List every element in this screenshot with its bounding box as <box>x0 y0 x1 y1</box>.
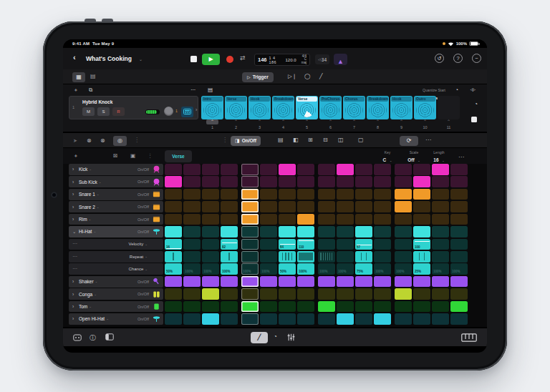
octave-mode-icon[interactable]: ⊟ <box>323 137 328 143</box>
step-cell-kick-12[interactable] <box>374 164 391 175</box>
scene-quantize-pie-icon[interactable]: ◔ <box>474 101 478 107</box>
step-cell-kick-11[interactable] <box>355 164 372 175</box>
row-expand-chevron-icon[interactable]: › <box>72 304 79 309</box>
step-cell-shaker-9[interactable] <box>318 276 335 288</box>
step-cell-conga-7[interactable] <box>279 288 296 300</box>
step-cell-chance-9[interactable]: 100% <box>318 263 335 275</box>
step-cell-hi-hat-13[interactable] <box>395 226 412 237</box>
step-cell-sub-kick-16[interactable] <box>450 176 468 187</box>
live-loops-clip-chorus[interactable]: Chorus <box>343 96 365 119</box>
step-cell-chance-4[interactable]: 100% <box>221 263 238 275</box>
step-cell-velocity-6[interactable] <box>260 239 277 250</box>
trigger-mode-button[interactable]: ▷ Trigger <box>242 72 274 82</box>
row-expand-chevron-icon[interactable]: › <box>72 167 79 172</box>
track-detail-chevron[interactable]: › <box>196 107 197 112</box>
length-control[interactable]: Length 16 ⌄ <box>426 150 452 164</box>
step-cell-chance-6[interactable]: 100% <box>260 263 277 275</box>
step-cell-tom-3[interactable] <box>202 301 219 313</box>
step-cell-snare-1-11[interactable] <box>355 189 372 200</box>
live-loops-clip-prechorus[interactable]: PreChorus <box>319 96 342 119</box>
step-cell-open-hi-hat-10[interactable] <box>337 313 354 325</box>
step-cell-conga-9[interactable] <box>318 288 335 300</box>
row-header-kick[interactable]: ›Kick⌄On/Off <box>69 164 163 175</box>
step-cell-repeat-16[interactable] <box>450 251 468 263</box>
scene-trigger-chevron[interactable]: ⌃ <box>296 119 318 124</box>
step-cell-kick-15[interactable] <box>432 164 449 175</box>
step-cell-shaker-6[interactable] <box>260 276 277 288</box>
step-cell-kick-16[interactable] <box>450 164 468 175</box>
key-control[interactable]: Key C ⌄ <box>375 150 400 164</box>
live-loops-clip-verse[interactable]: Verse <box>225 96 247 119</box>
step-cell-sub-kick-5[interactable] <box>241 176 259 187</box>
clear-pattern-icon[interactable]: ⊠ <box>113 152 117 159</box>
scene-trigger-10[interactable]: ⌃10 <box>414 119 436 132</box>
step-cell-snare-1-8[interactable] <box>297 189 314 200</box>
step-cell-velocity-14[interactable]: 100 <box>413 239 430 250</box>
row-expand-chevron-icon[interactable]: › <box>72 217 79 222</box>
undo-history-button[interactable]: ↺ <box>435 54 444 63</box>
step-cell-repeat-2[interactable] <box>183 251 201 263</box>
scenes-icon[interactable]: ▤ <box>208 87 213 93</box>
step-cell-snare-1-9[interactable] <box>318 189 335 200</box>
subrow-options-button[interactable]: ⋯ <box>72 254 81 260</box>
mute-button[interactable]: M <box>82 107 95 116</box>
step-cell-snare-1-2[interactable] <box>183 189 201 200</box>
scene-trigger-chevron[interactable]: ⌃ <box>390 119 412 124</box>
step-cell-shaker-15[interactable] <box>432 276 449 288</box>
step-cell-kick-14[interactable] <box>413 164 430 175</box>
live-loops-clip-breakdown[interactable]: Breakdown <box>272 96 294 119</box>
step-cell-conga-11[interactable] <box>355 288 372 300</box>
step-cell-snare-1-16[interactable] <box>450 189 468 200</box>
scene-trigger-chevron[interactable]: ⌃ <box>438 119 460 124</box>
solo-button[interactable]: S <box>97 107 110 116</box>
step-cell-kick-1[interactable] <box>165 164 182 175</box>
step-cell-conga-2[interactable] <box>183 288 201 300</box>
step-cell-rim-12[interactable] <box>374 214 391 225</box>
note-event-icon[interactable]: ⊗ <box>87 137 92 144</box>
step-cell-snare-2-10[interactable] <box>337 201 354 212</box>
step-cell-snare-2-1[interactable] <box>165 201 182 212</box>
scene-trigger-11[interactable]: ⌃11 <box>438 119 460 132</box>
note-repeat-mode-icon[interactable]: ⊞ <box>308 137 313 143</box>
track-header[interactable]: 1 Hybrid Knock M S R 1 › <box>69 96 198 119</box>
pencil-icon[interactable]: ╱ <box>319 73 323 79</box>
step-cell-tom-2[interactable] <box>183 301 201 313</box>
step-cell-repeat-1[interactable] <box>165 251 182 263</box>
step-cell-chance-7[interactable]: 50% <box>279 263 296 275</box>
step-cell-shaker-1[interactable] <box>165 276 182 288</box>
step-cell-velocity-12[interactable] <box>374 239 391 250</box>
step-cell-repeat-4[interactable] <box>221 251 238 263</box>
step-cell-snare-1-7[interactable] <box>279 189 296 200</box>
step-cell-tom-6[interactable] <box>260 301 277 313</box>
step-cell-hi-hat-2[interactable] <box>183 226 201 237</box>
stop-button[interactable] <box>190 56 197 62</box>
track-name[interactable]: Hybrid Knock <box>82 99 112 104</box>
step-cell-chance-12[interactable]: 100% <box>374 263 391 275</box>
step-cell-chance-14[interactable]: 25% <box>413 263 430 275</box>
browser-icon[interactable] <box>73 333 82 341</box>
expand-collapse-icon[interactable]: ◁▷ <box>471 87 475 92</box>
step-cell-rim-6[interactable] <box>260 214 277 225</box>
pointer-tool-icon[interactable]: ➤ <box>73 138 77 144</box>
step-cell-velocity-13[interactable] <box>395 239 412 250</box>
step-cell-chance-1[interactable]: 50% <box>165 263 182 275</box>
step-cell-open-hi-hat-5[interactable] <box>241 313 259 325</box>
step-cell-conga-5[interactable] <box>241 288 259 300</box>
step-cell-snare-1-12[interactable] <box>374 189 391 200</box>
step-cell-repeat-6[interactable] <box>260 251 277 263</box>
step-cell-rim-2[interactable] <box>183 214 201 225</box>
step-cell-conga-3[interactable] <box>202 288 219 300</box>
step-cell-snare-2-13[interactable] <box>395 201 412 212</box>
row-header-snare-2[interactable]: ›Snare 2⌄On/Off <box>69 201 163 212</box>
row-header-snare-1[interactable]: ›Snare 1⌄On/Off <box>69 189 163 200</box>
step-cell-snare-2-6[interactable] <box>260 201 277 212</box>
step-cell-conga-13[interactable] <box>395 288 412 300</box>
step-cell-sub-kick-6[interactable] <box>260 176 277 187</box>
step-cell-shaker-7[interactable] <box>279 276 296 288</box>
step-cell-rim-5[interactable] <box>241 214 259 225</box>
pattern-tab-verse[interactable]: Verse <box>165 150 192 162</box>
row-header-open-hi-hat[interactable]: ›Open Hi-Hat⌄On/Off <box>69 313 163 325</box>
scene-trigger-chevron[interactable]: ⌃ <box>272 119 294 124</box>
step-cell-conga-12[interactable] <box>374 288 391 300</box>
live-loops-empty-cell[interactable] <box>438 96 460 119</box>
